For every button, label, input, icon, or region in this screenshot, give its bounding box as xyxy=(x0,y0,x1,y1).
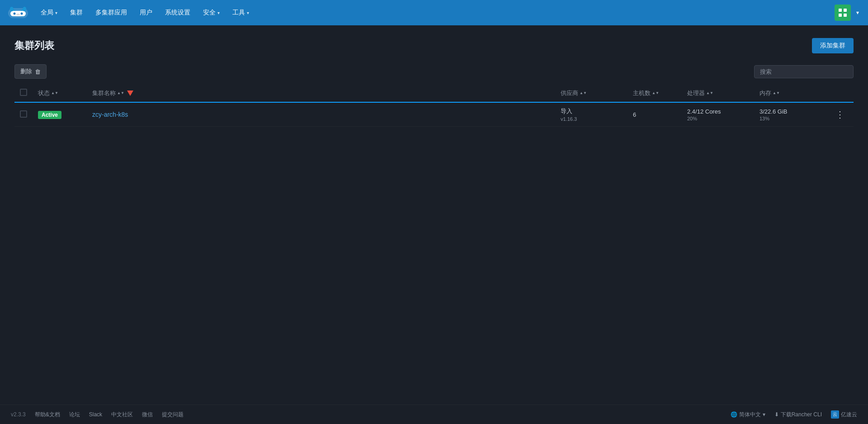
table-row: Active zcy-arch-k8s 导入 v1.16.3 6 2.4/12 … xyxy=(14,102,854,127)
search-wrap xyxy=(754,65,854,78)
row-actions-button[interactable]: ⋮ xyxy=(832,109,848,120)
cpu-value: 2.4/12 Cores xyxy=(687,108,749,115)
row-checkbox-cell xyxy=(14,102,33,127)
footer-link-slack[interactable]: Slack xyxy=(89,411,102,418)
user-avatar[interactable] xyxy=(835,5,851,21)
cluster-name-link[interactable]: zcy-arch-k8s xyxy=(92,111,128,118)
footer-link-issues[interactable]: 提交问题 xyxy=(162,411,184,419)
chevron-down-icon: ▾ xyxy=(55,10,57,15)
row-name-cell: zcy-arch-k8s xyxy=(87,102,555,127)
col-header-hosts: 主机数 ▲▼ xyxy=(627,84,682,102)
nav-item-settings[interactable]: 系统设置 xyxy=(159,0,197,25)
svg-rect-10 xyxy=(844,9,847,12)
trash-icon: 🗑 xyxy=(35,68,41,75)
page-title: 集群列表 xyxy=(14,39,54,52)
add-cluster-button[interactable]: 添加集群 xyxy=(812,38,854,53)
footer-version: v2.3.3 xyxy=(11,411,26,418)
select-all-checkbox[interactable] xyxy=(20,89,27,96)
row-checkbox[interactable] xyxy=(20,110,27,118)
table-body: Active zcy-arch-k8s 导入 v1.16.3 6 2.4/12 … xyxy=(14,102,854,127)
sort-icon-cpu[interactable]: ▲▼ xyxy=(706,91,713,95)
row-status-cell: Active xyxy=(33,102,87,127)
row-cpu-cell: 2.4/12 Cores 20% xyxy=(682,102,754,127)
globe-icon: 🌐 xyxy=(731,411,737,418)
col-header-checkbox xyxy=(14,84,33,102)
navbar-right: ▾ xyxy=(835,5,861,21)
sort-icon-provider[interactable]: ▲▼ xyxy=(580,91,587,95)
row-memory-cell: 3/22.6 GiB 13% xyxy=(754,102,826,127)
provider-name: 导入 xyxy=(561,107,622,115)
col-header-name: 集群名称 ▲▼ xyxy=(87,84,555,102)
col-header-provider: 供应商 ▲▼ xyxy=(555,84,627,102)
sort-icon-status[interactable]: ▲▼ xyxy=(51,91,58,95)
footer-download-cli[interactable]: ⬇ 下载Rancher CLI xyxy=(774,411,822,419)
sort-icon-memory[interactable]: ▲▼ xyxy=(773,91,780,95)
memory-percent: 13% xyxy=(760,116,821,121)
row-provider-cell: 导入 v1.16.3 xyxy=(555,102,627,127)
footer-lang-selector[interactable]: 🌐 简体中文 ▾ xyxy=(731,411,765,419)
yiyun-icon: 云 xyxy=(831,410,839,419)
status-badge: Active xyxy=(38,111,61,119)
yiyun-logo[interactable]: 云 亿速云 xyxy=(831,410,857,419)
delete-button[interactable]: 删除 🗑 xyxy=(14,64,47,79)
footer: v2.3.3 帮助&文档 论坛 Slack 中文社区 微信 提交问题 🌐 简体中… xyxy=(0,405,868,424)
page-header: 集群列表 添加集群 xyxy=(14,38,854,53)
cluster-table: 状态 ▲▼ 集群名称 ▲▼ 供应商 ▲▼ xyxy=(14,84,854,127)
nav-items: 全局 ▾ 集群 多集群应用 用户 系统设置 安全 ▾ 工具 ▾ xyxy=(34,0,835,25)
footer-link-wechat[interactable]: 微信 xyxy=(142,411,153,419)
svg-point-5 xyxy=(21,13,23,15)
svg-point-4 xyxy=(14,13,16,15)
table-header: 状态 ▲▼ 集群名称 ▲▼ 供应商 ▲▼ xyxy=(14,84,854,102)
col-header-memory: 内存 ▲▼ xyxy=(754,84,826,102)
chevron-down-icon-tools: ▾ xyxy=(247,10,249,15)
sort-icon-name[interactable]: ▲▼ xyxy=(117,91,124,95)
navbar-logo[interactable] xyxy=(7,5,29,21)
col-header-cpu: 处理器 ▲▼ xyxy=(682,84,754,102)
sort-icon-hosts[interactable]: ▲▼ xyxy=(652,91,659,95)
footer-right: 🌐 简体中文 ▾ ⬇ 下载Rancher CLI 云 亿速云 xyxy=(731,410,857,419)
provider-version: v1.16.3 xyxy=(561,116,622,122)
hosts-count: 6 xyxy=(633,111,636,118)
nav-item-tools[interactable]: 工具 ▾ xyxy=(226,0,255,25)
footer-link-community[interactable]: 中文社区 xyxy=(111,411,133,419)
memory-value: 3/22.6 GiB xyxy=(760,108,821,115)
user-dropdown-button[interactable]: ▾ xyxy=(854,8,861,18)
chevron-down-icon-security: ▾ xyxy=(217,10,220,15)
footer-link-help[interactable]: 帮助&文档 xyxy=(35,411,60,419)
col-header-actions xyxy=(826,84,854,102)
svg-point-6 xyxy=(16,14,20,15)
navbar: 全局 ▾ 集群 多集群应用 用户 系统设置 安全 ▾ 工具 ▾ xyxy=(0,0,868,25)
download-icon: ⬇ xyxy=(774,411,779,418)
col-header-status: 状态 ▲▼ xyxy=(33,84,87,102)
search-input[interactable] xyxy=(754,65,854,78)
svg-rect-9 xyxy=(839,9,842,12)
chevron-down-icon-lang: ▾ xyxy=(763,411,765,418)
toolbar-left: 删除 🗑 xyxy=(14,64,47,79)
footer-left: v2.3.3 帮助&文档 论坛 Slack 中文社区 微信 提交问题 xyxy=(11,411,184,419)
row-hosts-cell: 6 xyxy=(627,102,682,127)
footer-link-forum[interactable]: 论坛 xyxy=(69,411,80,419)
row-actions-cell: ⋮ xyxy=(826,102,854,127)
nav-item-multicluster[interactable]: 多集群应用 xyxy=(89,0,133,25)
cpu-percent: 20% xyxy=(687,116,749,121)
nav-item-cluster[interactable]: 集群 xyxy=(64,0,89,25)
sort-direction-arrow xyxy=(127,91,133,96)
nav-item-security[interactable]: 安全 ▾ xyxy=(197,0,226,25)
main-content: 集群列表 添加集群 删除 🗑 状态 ▲▼ xyxy=(0,25,868,405)
nav-item-global[interactable]: 全局 ▾ xyxy=(34,0,64,25)
nav-item-users[interactable]: 用户 xyxy=(133,0,159,25)
svg-rect-11 xyxy=(839,14,842,17)
toolbar: 删除 🗑 xyxy=(14,64,854,84)
svg-rect-12 xyxy=(844,14,847,17)
